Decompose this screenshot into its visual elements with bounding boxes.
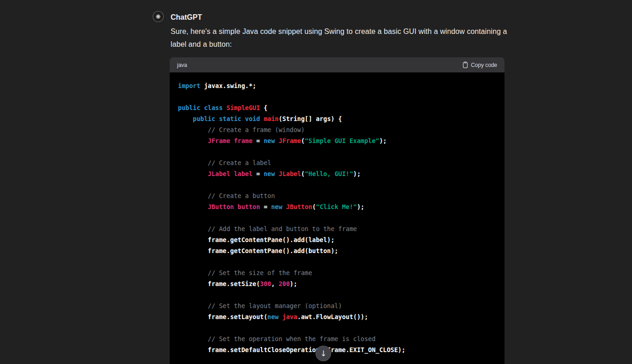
code-line: // Set the layout manager (optional) (178, 300, 496, 311)
code-line (178, 289, 496, 300)
code-line (178, 322, 496, 333)
copy-code-button[interactable]: Copy code (462, 61, 497, 68)
code-line: // Create a button (178, 190, 496, 201)
code-block: java Copy code import javax.swing.*; pub… (170, 57, 504, 364)
message-text: Sure, here's a simple Java code snippet … (171, 25, 509, 51)
openai-logo-icon: ❋ (156, 14, 161, 20)
code-line: frame.setDefaultCloseOperation(JFrame.EX… (178, 344, 496, 355)
code-line: frame.getContentPane().add(label); (178, 234, 496, 245)
arrow-down-icon: ↓ (320, 350, 327, 358)
chatgpt-avatar: ❋ (153, 11, 164, 22)
message-content: ChatGPT Sure, here's a simple Java code … (171, 11, 515, 364)
code-line: // Set the operation when the frame is c… (178, 333, 496, 344)
code-line: JLabel label = new JLabel("Hello, GUI!")… (178, 168, 496, 179)
code-line: // Create a label (178, 157, 496, 168)
code-line (178, 256, 496, 267)
code-line: JButton button = new JButton("Click Me!"… (178, 201, 496, 212)
code-line (178, 212, 496, 223)
code-lines: import javax.swing.*; public class Simpl… (178, 80, 496, 355)
code-line: frame.getContentPane().add(button); (178, 245, 496, 256)
code-content: import javax.swing.*; public class Simpl… (170, 72, 504, 364)
assistant-message: ❋ ChatGPT Sure, here's a simple Java cod… (153, 11, 515, 364)
code-line: JFrame frame = new JFrame("Simple GUI Ex… (178, 135, 496, 146)
scroll-to-bottom-button[interactable]: ↓ (316, 346, 331, 361)
code-line (178, 91, 496, 102)
code-line: import javax.swing.*; (178, 80, 496, 91)
code-block-header: java Copy code (170, 57, 504, 72)
code-line: // Add the label and button to the frame (178, 223, 496, 234)
code-line: public static void main(String[] args) { (178, 113, 496, 124)
code-line (178, 179, 496, 190)
code-line: frame.setLayout(new java.awt.FlowLayout(… (178, 311, 496, 322)
author-name: ChatGPT (171, 11, 515, 23)
clipboard-icon (462, 61, 468, 68)
code-line: public class SimpleGUI { (178, 102, 496, 113)
code-line: frame.setSize(300, 200); (178, 278, 496, 289)
code-line: // Create a frame (window) (178, 124, 496, 135)
code-line (178, 146, 496, 157)
code-line: // Set the size of the frame (178, 267, 496, 278)
code-language-label: java (177, 62, 187, 68)
copy-code-label: Copy code (471, 62, 497, 68)
